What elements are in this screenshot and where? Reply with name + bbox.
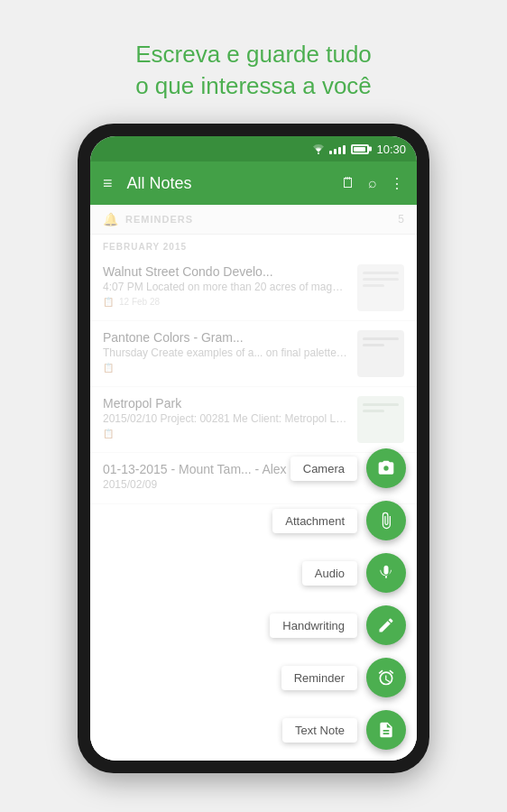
wifi-icon	[311, 143, 326, 154]
phone-device: 10:30 ≡ All Notes 🗒 ⌕ ⋮ 🔔 REMINDERS 5 FE…	[78, 124, 429, 773]
app-bar-actions: 🗒 ⌕ ⋮	[341, 175, 404, 192]
audio-button[interactable]	[366, 553, 406, 593]
notebook-icon[interactable]: 🗒	[341, 175, 355, 192]
text-note-icon	[377, 721, 395, 739]
status-bar: 10:30	[90, 136, 417, 161]
status-time: 10:30	[376, 143, 406, 156]
attachment-button[interactable]	[366, 501, 406, 540]
svg-point-0	[318, 152, 319, 154]
note-meta: 📋	[103, 363, 348, 373]
handwriting-label: Handwriting	[270, 614, 357, 638]
note-item[interactable]: 01-13-2015 - Mount Tam... - Alex 2015/02…	[90, 453, 417, 504]
section-date: FEBRUARY 2015	[90, 235, 417, 255]
tagline-line1: Escreva e guarde tudo	[135, 41, 372, 68]
content-area: 🔔 REMINDERS 5 FEBRUARY 2015 Walnut Stree…	[90, 205, 417, 761]
attachment-label: Attachment	[272, 509, 357, 533]
note-content: Walnut Street Condo Develo... 4:07 PM Lo…	[103, 264, 348, 311]
speed-dial-reminder[interactable]: Reminder	[281, 658, 406, 697]
app-bar: ≡ All Notes 🗒 ⌕ ⋮	[90, 161, 417, 205]
note-item[interactable]: Walnut Street Condo Develo... 4:07 PM Lo…	[90, 255, 417, 321]
handwriting-button[interactable]	[366, 605, 406, 645]
note-title: Pantone Colors - Gram...	[103, 330, 348, 345]
note-meta-icon: 📋	[103, 429, 114, 438]
note-meta: 📋	[103, 429, 348, 438]
speed-dial-audio[interactable]: Audio	[302, 553, 406, 593]
tagline: Escreva e guarde tudo o que interessa a …	[99, 39, 408, 102]
note-content: Metropol Park 2015/02/10 Project: 00281 …	[103, 396, 348, 443]
reminder-icon: 🔔	[103, 212, 118, 226]
microphone-icon	[377, 564, 395, 582]
signal-icon	[329, 143, 346, 154]
note-item[interactable]: Metropol Park 2015/02/10 Project: 00281 …	[90, 387, 417, 453]
speed-dial-text-note[interactable]: Text Note	[282, 710, 406, 750]
app-title: All Notes	[127, 174, 341, 193]
reminder-button[interactable]	[366, 658, 406, 697]
note-thumbnail	[357, 396, 404, 443]
note-meta-icon: 📋	[103, 363, 114, 373]
note-thumbnail	[357, 330, 404, 377]
note-thumbnail	[357, 264, 404, 311]
reminders-count: 5	[398, 213, 404, 226]
reminder-label: Reminder	[281, 666, 357, 690]
note-content: Pantone Colors - Gram... Thursday Create…	[103, 330, 348, 377]
tagline-line2: o que interessa a você	[135, 72, 372, 99]
note-preview: 4:07 PM Located on more than 20 acres of…	[103, 281, 348, 293]
note-preview: Thursday Create examples of a... on fina…	[103, 346, 348, 359]
note-preview: 2015/02/09	[103, 478, 404, 491]
note-meta: 📋 12 Feb 28	[103, 297, 348, 307]
speed-dial-attachment[interactable]: Attachment	[272, 501, 406, 540]
speed-dial-handwriting[interactable]: Handwriting	[270, 605, 406, 645]
note-title: 01-13-2015 - Mount Tam... - Alex	[103, 462, 404, 476]
reminders-section: 🔔 REMINDERS 5	[90, 205, 417, 235]
reminders-label: REMINDERS	[125, 214, 398, 225]
note-meta-icon: 📋	[103, 297, 114, 307]
more-icon[interactable]: ⋮	[390, 175, 404, 192]
battery-icon	[351, 144, 369, 154]
search-icon[interactable]: ⌕	[368, 175, 377, 192]
menu-icon[interactable]: ≡	[103, 174, 113, 193]
phone-screen: 10:30 ≡ All Notes 🗒 ⌕ ⋮ 🔔 REMINDERS 5 FE…	[90, 136, 417, 761]
attachment-icon	[377, 512, 395, 530]
note-date: 12 Feb 28	[119, 297, 160, 307]
note-title: Walnut Street Condo Develo...	[103, 264, 348, 279]
text-note-button[interactable]	[366, 710, 406, 750]
audio-label: Audio	[302, 561, 357, 586]
note-item[interactable]: Pantone Colors - Gram... Thursday Create…	[90, 321, 417, 387]
status-icons: 10:30	[311, 143, 406, 156]
note-preview: 2015/02/10 Project: 00281 Me Client: Met…	[103, 412, 348, 425]
alarm-icon	[377, 669, 395, 687]
text-note-label: Text Note	[282, 718, 357, 743]
pen-icon	[377, 616, 395, 634]
note-content: 01-13-2015 - Mount Tam... - Alex 2015/02…	[103, 462, 404, 494]
note-title: Metropol Park	[103, 396, 348, 411]
